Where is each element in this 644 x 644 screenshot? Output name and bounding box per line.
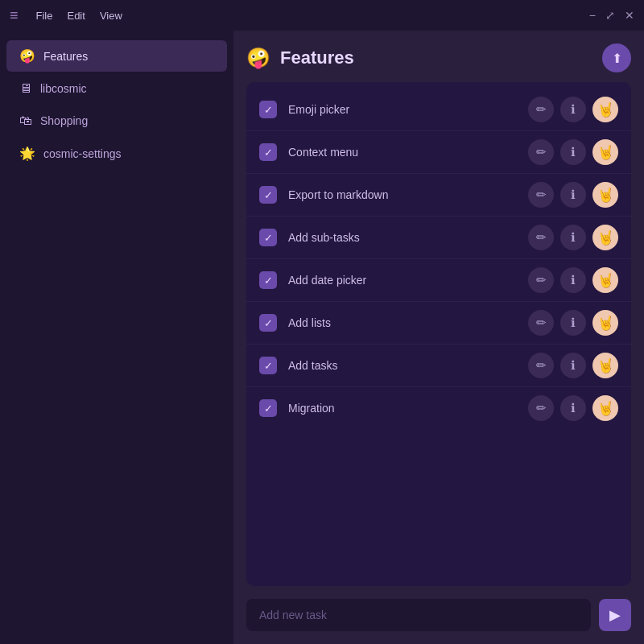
delete-button[interactable]: 🤘: [592, 310, 618, 336]
sidebar-item-libcosmic[interactable]: 🖥 libcosmic: [6, 73, 227, 104]
info-icon: ℹ: [571, 273, 576, 287]
minimize-button[interactable]: −: [589, 9, 596, 22]
delete-button[interactable]: 🤘: [592, 182, 618, 208]
menu-bar: File Edit View: [36, 10, 122, 22]
info-button[interactable]: ℹ: [560, 310, 586, 336]
edit-icon: ✏: [536, 401, 547, 415]
edit-button[interactable]: ✏: [528, 139, 554, 165]
sidebar: 🤪 Features🖥 libcosmic🛍 Shopping🌟 cosmic-…: [0, 31, 233, 644]
delete-button[interactable]: 🤘: [592, 97, 618, 122]
sidebar-item-label: cosmic-settings: [43, 147, 121, 160]
checkmark-icon: ✓: [264, 360, 273, 372]
task-label: Context menu: [288, 146, 517, 159]
window-controls: − ⤢ ✕: [589, 9, 634, 22]
edit-icon: ✏: [536, 316, 547, 330]
delete-button[interactable]: 🤘: [592, 225, 618, 250]
menu-view[interactable]: View: [100, 10, 122, 22]
menu-file[interactable]: File: [36, 10, 53, 22]
task-label: Emoji picker: [288, 103, 517, 116]
checkmark-icon: ✓: [264, 189, 273, 201]
delete-icon: 🤘: [597, 187, 614, 204]
send-button[interactable]: ▶: [599, 599, 631, 631]
task-checkbox[interactable]: ✓: [259, 101, 277, 118]
task-actions: ✏ ℹ 🤘: [528, 310, 618, 336]
checkmark-icon: ✓: [264, 402, 273, 415]
titlebar: ≡ File Edit View − ⤢ ✕: [0, 0, 644, 31]
delete-button[interactable]: 🤘: [592, 267, 618, 293]
edit-button[interactable]: ✏: [528, 310, 554, 336]
info-icon: ℹ: [571, 145, 576, 159]
edit-button[interactable]: ✏: [528, 267, 554, 293]
delete-icon: 🤘: [597, 400, 614, 417]
sidebar-item-features[interactable]: 🤪 Features: [6, 40, 227, 72]
info-button[interactable]: ℹ: [560, 225, 586, 250]
info-icon: ℹ: [571, 401, 576, 415]
edit-button[interactable]: ✏: [528, 225, 554, 250]
task-actions: ✏ ℹ 🤘: [528, 353, 618, 378]
send-icon: ▶: [609, 606, 621, 624]
task-row: ✓ Emoji picker ✏ ℹ 🤘: [246, 89, 631, 131]
task-label: Export to markdown: [288, 188, 517, 201]
task-actions: ✏ ℹ 🤘: [528, 139, 618, 165]
share-button[interactable]: ⬆: [602, 43, 631, 72]
app-logo-icon: ≡: [10, 7, 19, 24]
sidebar-item-label: Features: [43, 50, 88, 63]
sidebar-emoji: 🌟: [19, 146, 35, 161]
info-button[interactable]: ℹ: [560, 182, 586, 208]
edit-button[interactable]: ✏: [528, 97, 554, 122]
info-icon: ℹ: [571, 358, 576, 373]
task-checkbox[interactable]: ✓: [259, 143, 277, 161]
close-button[interactable]: ✕: [625, 9, 634, 22]
info-button[interactable]: ℹ: [560, 395, 586, 421]
info-button[interactable]: ℹ: [560, 139, 586, 165]
sidebar-item-label: libcosmic: [40, 82, 87, 95]
delete-button[interactable]: 🤘: [592, 353, 618, 378]
checkmark-icon: ✓: [264, 317, 273, 329]
task-checkbox[interactable]: ✓: [259, 186, 277, 204]
delete-icon: 🤘: [597, 144, 614, 161]
sidebar-item-cosmic-settings[interactable]: 🌟 cosmic-settings: [6, 138, 227, 169]
info-button[interactable]: ℹ: [560, 97, 586, 122]
delete-button[interactable]: 🤘: [592, 139, 618, 165]
share-icon: ⬆: [612, 51, 622, 66]
sidebar-item-label: Shopping: [40, 114, 88, 127]
task-row: ✓ Add tasks ✏ ℹ 🤘: [246, 345, 631, 387]
maximize-button[interactable]: ⤢: [605, 9, 615, 22]
info-button[interactable]: ℹ: [560, 353, 586, 378]
task-label: Add date picker: [288, 274, 517, 287]
info-icon: ℹ: [571, 102, 576, 117]
menu-edit[interactable]: Edit: [67, 10, 85, 22]
page-title: Features: [280, 47, 592, 68]
checkmark-icon: ✓: [264, 232, 273, 244]
delete-icon: 🤘: [597, 357, 614, 374]
task-actions: ✏ ℹ 🤘: [528, 395, 618, 421]
sidebar-item-shopping[interactable]: 🛍 Shopping: [6, 105, 227, 136]
content-header: 🤪 Features ⬆: [246, 43, 631, 72]
delete-button[interactable]: 🤘: [592, 395, 618, 421]
checkmark-icon: ✓: [264, 104, 273, 116]
task-checkbox[interactable]: ✓: [259, 314, 277, 332]
edit-icon: ✏: [536, 273, 547, 287]
info-icon: ℹ: [571, 188, 576, 202]
sidebar-emoji: 🖥: [19, 81, 32, 96]
task-checkbox[interactable]: ✓: [259, 229, 277, 246]
delete-icon: 🤘: [597, 229, 614, 246]
task-row: ✓ Export to markdown ✏ ℹ 🤘: [246, 174, 631, 217]
task-row: ✓ Add date picker ✏ ℹ 🤘: [246, 259, 631, 302]
info-button[interactable]: ℹ: [560, 267, 586, 293]
edit-button[interactable]: ✏: [528, 182, 554, 208]
task-row: ✓ Add lists ✏ ℹ 🤘: [246, 302, 631, 345]
task-checkbox[interactable]: ✓: [259, 271, 277, 289]
task-label: Add sub-tasks: [288, 231, 517, 244]
task-checkbox[interactable]: ✓: [259, 357, 277, 374]
header-emoji: 🤪: [246, 47, 270, 69]
edit-button[interactable]: ✏: [528, 353, 554, 378]
edit-button[interactable]: ✏: [528, 395, 554, 421]
checkmark-icon: ✓: [264, 147, 273, 159]
task-checkbox[interactable]: ✓: [259, 399, 277, 417]
task-label: Migration: [288, 402, 517, 415]
edit-icon: ✏: [536, 230, 547, 245]
task-row: ✓ Migration ✏ ℹ 🤘: [246, 387, 631, 429]
add-task-input[interactable]: [246, 599, 591, 631]
info-icon: ℹ: [571, 316, 576, 330]
